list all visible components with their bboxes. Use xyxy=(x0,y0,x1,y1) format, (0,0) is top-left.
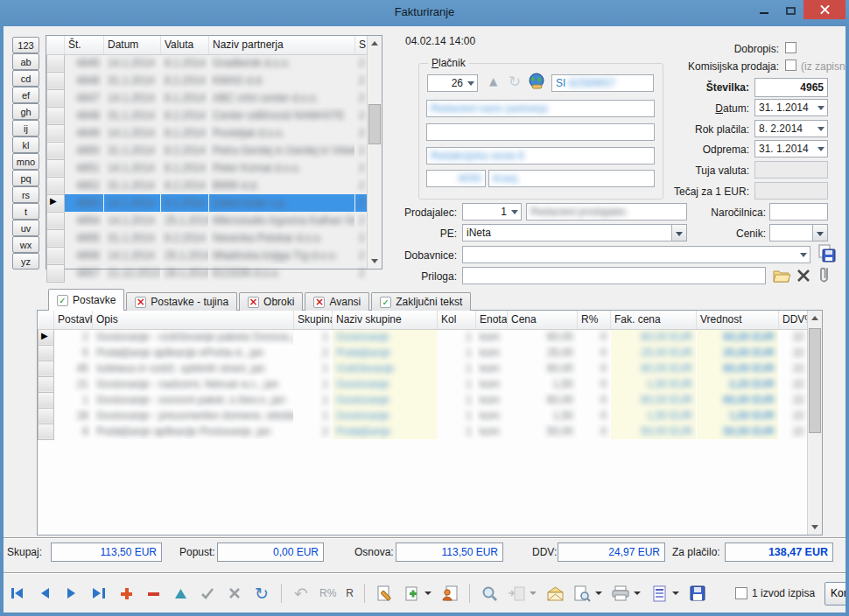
dobropis-checkbox[interactable] xyxy=(785,42,796,53)
row-selector[interactable] xyxy=(47,194,65,212)
header-opis[interactable]: Opis xyxy=(93,311,294,329)
row-selector[interactable] xyxy=(47,72,65,89)
item-row[interactable]: 1 Gostovanje - osnovni paket, o.štev.n, … xyxy=(39,392,809,408)
partner-name-field[interactable]: Redacted naziv partnerja xyxy=(426,100,655,117)
cancel-button[interactable] xyxy=(226,584,243,602)
row-selector[interactable] xyxy=(39,408,54,424)
alphabet-nav-button[interactable]: yz xyxy=(12,253,39,270)
alphabet-nav-button[interactable]: t xyxy=(12,203,39,220)
scrollbar-thumb[interactable] xyxy=(809,328,821,433)
invoice-list-row[interactable]: 4850 31.1.2014 8.2.2014 Petra Gerdej in … xyxy=(47,142,368,159)
report-dropdown-icon[interactable] xyxy=(672,592,679,595)
clear-priloga-icon[interactable] xyxy=(795,267,812,284)
tab[interactable]: Postavke xyxy=(48,289,124,311)
row-selector[interactable] xyxy=(47,142,65,159)
dobavnice-combo[interactable] xyxy=(462,246,810,263)
row-selector[interactable] xyxy=(47,229,65,247)
export-dropdown-icon[interactable] xyxy=(530,592,537,595)
print-button[interactable] xyxy=(612,584,629,602)
close-button[interactable] xyxy=(803,0,845,19)
row-selector[interactable] xyxy=(47,159,65,177)
vat-field[interactable]: SI 82589657 xyxy=(551,74,654,92)
invoice-list-row[interactable]: 4848 31.1.2014 8.2.2014 Center odličnost… xyxy=(47,107,368,124)
alphabet-nav-button[interactable]: gh xyxy=(12,103,39,120)
maximize-button[interactable] xyxy=(777,0,803,19)
invoice-list-row[interactable]: 4846 31.1.2014 8.2.2014 KMAG d.d. 2 xyxy=(47,72,368,89)
new-document-dropdown-icon[interactable] xyxy=(424,592,432,595)
email-button[interactable] xyxy=(546,584,564,602)
komisijska-checkbox[interactable] xyxy=(785,60,796,71)
document-report-button[interactable] xyxy=(650,584,668,602)
header-valuta[interactable]: Valuta xyxy=(161,36,209,54)
items-scrollbar[interactable] xyxy=(807,311,822,535)
row-selector[interactable] xyxy=(39,329,54,345)
minimize-button[interactable] xyxy=(751,0,777,19)
item-row[interactable]: 8 Podaljšanje aplikacije Poslovanje, jan… xyxy=(39,424,809,439)
row-selector[interactable] xyxy=(47,124,65,142)
search-button[interactable] xyxy=(481,584,498,602)
alphabet-nav-button[interactable]: cd xyxy=(12,70,39,87)
odprema-combo[interactable]: 31. 1.2014 xyxy=(754,140,828,158)
row-selector[interactable] xyxy=(47,212,65,229)
header-fak-cena[interactable]: Fak. cena xyxy=(611,311,697,329)
row-selector[interactable] xyxy=(39,392,54,408)
paperclip-icon[interactable] xyxy=(817,265,832,284)
partner-document-button[interactable] xyxy=(441,584,459,602)
invoice-list-row[interactable]: 4849 14.1.2014 8.1.2014 Posteljak d.o.o.… xyxy=(47,124,368,142)
scroll-down-icon[interactable] xyxy=(368,254,382,269)
cenik-combo[interactable] xyxy=(769,224,828,242)
item-row[interactable]: 2 Gostovanje - vzdrževanje paketa Osnova… xyxy=(39,329,809,345)
add-record-button[interactable] xyxy=(117,584,135,602)
header-naziv-skupine[interactable]: Naziv skupine xyxy=(333,311,438,329)
print-dropdown-icon[interactable] xyxy=(634,592,641,595)
datum-combo[interactable]: 31. 1.2014 xyxy=(754,99,828,116)
row-selector[interactable] xyxy=(39,376,54,392)
alphabet-nav-button[interactable]: pq xyxy=(12,170,39,186)
scrollbar-thumb[interactable] xyxy=(368,104,381,144)
row-selector[interactable] xyxy=(39,360,54,376)
alphabet-nav-button[interactable]: ij xyxy=(12,120,39,136)
invoice-list-scrollbar[interactable] xyxy=(367,36,382,269)
scroll-down-icon[interactable] xyxy=(808,520,822,535)
invoice-list-row[interactable]: 4851 14.1.2014 8.1.2014 Peter Kornat d.o… xyxy=(47,159,368,177)
save-dobavnice-icon[interactable] xyxy=(817,244,837,263)
row-selector[interactable] xyxy=(39,345,54,360)
tab[interactable]: Avansi xyxy=(305,292,369,311)
tab[interactable]: Obroki xyxy=(239,292,303,311)
row-selector[interactable] xyxy=(39,424,54,439)
row-selector[interactable] xyxy=(47,177,65,194)
header-datum[interactable]: Datum xyxy=(104,36,161,54)
invoice-list-row[interactable]: 4845 14.1.2014 8.1.2014 Gradbenik d.o.o.… xyxy=(47,54,368,72)
pe-combo[interactable]: iNeta xyxy=(462,224,687,242)
alphabet-nav-button[interactable]: rs xyxy=(12,186,39,203)
alphabet-nav-button[interactable]: wx xyxy=(12,236,39,253)
copies-checkbox[interactable] xyxy=(735,587,747,599)
scroll-up-icon[interactable] xyxy=(808,311,822,326)
globe-icon[interactable] xyxy=(528,73,545,90)
header-ddv[interactable]: DDV% xyxy=(779,311,809,329)
invoice-list-row[interactable]: 4852 31.1.2014 8.2.2014 BMW d.d. 2 xyxy=(47,177,368,194)
header-r[interactable]: R% xyxy=(578,311,611,329)
refresh-partner-icon[interactable]: ↻ xyxy=(509,74,521,89)
alphabet-nav-button[interactable]: ab xyxy=(12,53,39,70)
partner-up-icon[interactable]: ▲ xyxy=(489,76,497,87)
header-naziv-partnerja[interactable]: Naziv partnerja xyxy=(209,36,355,54)
row-selector[interactable] xyxy=(47,54,65,72)
chevron-down-icon[interactable] xyxy=(812,225,827,241)
open-folder-icon[interactable] xyxy=(772,266,791,285)
scroll-up-icon[interactable] xyxy=(368,36,382,51)
confirm-button[interactable] xyxy=(199,584,216,602)
tuja-valuta-field[interactable] xyxy=(754,161,828,178)
partner-address-field[interactable]: Redakcijska cesta 8 xyxy=(426,147,655,164)
prodajalec-combo[interactable]: 1 xyxy=(462,203,522,220)
invoice-list-row[interactable]: 4855 31.1.2014 8.2.2014 Nevenka Potokar … xyxy=(47,229,368,247)
rabat-percent-button[interactable]: R% xyxy=(319,587,336,599)
header-vrednost[interactable]: Vrednost xyxy=(697,311,779,329)
row-selector[interactable] xyxy=(47,89,65,107)
undo-button[interactable]: ↶ xyxy=(292,584,310,602)
new-document-button[interactable] xyxy=(403,584,420,602)
invoice-list-row[interactable]: 4854 14.1.2014 25.1.2014 Mikrostudio trg… xyxy=(47,212,368,229)
item-row[interactable]: 45 Izdelava in vzdrž. spletnih strani, j… xyxy=(39,360,809,376)
row-selector[interactable] xyxy=(47,264,65,282)
narocilnica-field[interactable] xyxy=(769,203,828,220)
